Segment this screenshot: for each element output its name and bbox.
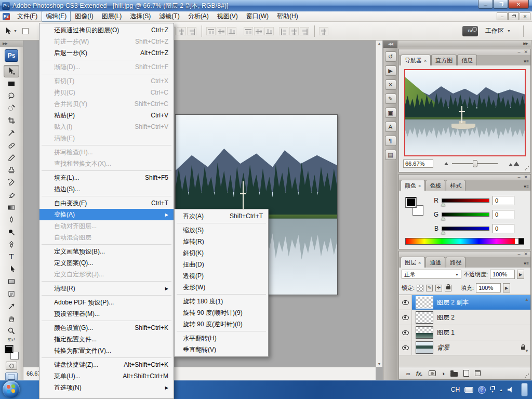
layer-row-background[interactable]: 背景 xyxy=(399,340,530,355)
menu-item-transform[interactable]: 变换(A)▶ xyxy=(39,209,174,220)
dock-collapse-handle[interactable]: ▶▶ xyxy=(398,41,531,47)
spectrum-black-swatch[interactable] xyxy=(518,238,524,244)
distribute-bottom-icon[interactable] xyxy=(227,27,236,35)
menu-item-define-brush-preset[interactable]: 定义画笔预设(B)... xyxy=(39,246,174,257)
visibility-cell[interactable] xyxy=(399,340,412,355)
navigator-thumbnail[interactable] xyxy=(404,69,526,156)
fill-input[interactable]: 100% xyxy=(476,283,501,292)
move-tool[interactable] xyxy=(4,65,19,77)
lock-position-icon[interactable]: ✛ xyxy=(435,285,442,291)
menu-item-fill[interactable]: 填充(L)...Shift+F5 xyxy=(39,172,174,183)
brush-tool[interactable] xyxy=(4,152,19,164)
tab-styles[interactable]: 样式 xyxy=(446,180,466,191)
align-right-icon[interactable] xyxy=(300,27,309,35)
zoom-tool[interactable] xyxy=(4,325,19,338)
menu-layer[interactable]: 图层(L) xyxy=(98,11,126,22)
layers-scroll-down-icon[interactable]: ▼ xyxy=(525,349,529,353)
layer-thumbnail[interactable] xyxy=(416,326,433,339)
layer-name[interactable]: 图层 2 副本 xyxy=(437,298,469,307)
opacity-input[interactable]: 100% xyxy=(490,270,515,279)
menu-item-stroke[interactable]: 描边(S)... xyxy=(39,183,174,195)
menu-item-paste[interactable]: 粘贴(P)Ctrl+V xyxy=(39,110,174,121)
menu-item-skew[interactable]: 斜切(K) xyxy=(175,247,268,259)
zoom-in-icon[interactable] xyxy=(509,162,520,166)
menu-item-convert-to-profile[interactable]: 转换为配置文件(V)... xyxy=(39,345,174,356)
panel-close-icon[interactable]: ✕ xyxy=(524,252,528,257)
menu-item-preset-manager[interactable]: 预设管理器(M)... xyxy=(39,308,174,320)
align-bottom-icon[interactable] xyxy=(264,27,274,35)
panel-minimize-icon[interactable]: – xyxy=(517,50,520,55)
menu-item-again[interactable]: 再次(A)Shift+Ctrl+T xyxy=(175,210,268,222)
menu-item-distort[interactable]: 扭曲(D) xyxy=(175,259,268,270)
slice-tool[interactable] xyxy=(4,127,19,139)
lock-all-icon[interactable] xyxy=(445,285,451,291)
foreground-color-swatch[interactable] xyxy=(5,345,14,353)
menu-item-rotate-90-cw[interactable]: 旋转 90 度(顺时针)(9) xyxy=(175,307,268,318)
character-panel-icon[interactable]: A xyxy=(385,122,396,132)
eye-icon[interactable] xyxy=(402,345,409,350)
rectangular-marquee-tool[interactable] xyxy=(4,77,19,90)
path-selection-tool[interactable] xyxy=(4,263,19,275)
menu-item-warp[interactable]: 变形(W) xyxy=(175,282,268,293)
panel-close-icon[interactable]: ✕ xyxy=(524,175,528,180)
menu-edit[interactable]: 编辑(E) xyxy=(42,11,71,22)
vertical-scrollbar[interactable]: ▲ ▼ xyxy=(376,41,382,367)
menu-item-color-settings[interactable]: 颜色设置(G)...Shift+Ctrl+K xyxy=(39,322,174,334)
layer-row-layer2[interactable]: 图层 2 xyxy=(399,310,530,325)
panel-resize-grip[interactable] xyxy=(524,166,529,171)
slider-marker[interactable] xyxy=(441,217,445,220)
spectrum-white-swatch[interactable] xyxy=(515,238,518,244)
menu-image[interactable]: 图像(I) xyxy=(71,11,97,22)
layer-thumbnail[interactable] xyxy=(416,341,433,354)
type-tool[interactable]: T xyxy=(4,250,19,263)
eye-icon[interactable] xyxy=(402,315,409,320)
menu-item-define-pattern[interactable]: 定义图案(Q)... xyxy=(39,257,174,269)
layers-scroll-up-icon[interactable]: ▲ xyxy=(525,297,529,302)
menu-item-perspective[interactable]: 透视(P) xyxy=(175,270,268,282)
hand-tool[interactable] xyxy=(4,313,19,325)
align-left-icon[interactable] xyxy=(279,27,288,35)
menu-item-flip-vertical[interactable]: 垂直翻转(V) xyxy=(175,344,268,355)
layer-name[interactable]: 图层 2 xyxy=(437,313,455,322)
blue-channel-value[interactable]: 0 xyxy=(493,224,514,233)
window-close-button[interactable]: ✕ xyxy=(508,0,529,9)
visibility-cell[interactable] xyxy=(399,325,412,340)
pen-tool[interactable] xyxy=(4,238,19,251)
clone-stamp-tool[interactable] xyxy=(4,164,19,177)
layer-comps-panel-icon[interactable]: ▤ xyxy=(385,150,396,160)
history-panel-icon[interactable]: ↺ xyxy=(385,51,396,62)
workspace-dropdown[interactable]: 工作区 ▼ xyxy=(485,26,511,35)
doc-close-button[interactable]: ✕ xyxy=(520,12,530,20)
paragraph-panel-icon[interactable]: ¶ xyxy=(385,136,396,146)
eye-icon[interactable] xyxy=(402,300,409,305)
blue-channel-slider[interactable] xyxy=(442,227,489,231)
adjustment-layer-icon[interactable]: ◑ xyxy=(442,370,445,377)
layer-thumbnail[interactable] xyxy=(416,296,433,309)
notes-tool[interactable] xyxy=(4,288,19,300)
shape-tool[interactable] xyxy=(4,275,19,288)
visibility-cell[interactable] xyxy=(399,295,412,310)
green-channel-value[interactable]: 0 xyxy=(493,210,514,219)
swap-colors-icon[interactable]: ◱⇄ xyxy=(8,337,15,343)
quick-selection-tool[interactable] xyxy=(4,102,19,114)
blend-mode-dropdown[interactable]: 正常 ▼ xyxy=(402,270,461,279)
menu-help[interactable]: 帮助(H) xyxy=(273,11,302,22)
menu-item-rotate[interactable]: 旋转(R) xyxy=(175,236,268,247)
keyboard-icon[interactable] xyxy=(464,387,473,393)
menu-item-rotate-90-ccw[interactable]: 旋转 90 度(逆时针)(0) xyxy=(175,318,268,330)
tab-navigator[interactable]: 导航器 × xyxy=(401,55,431,65)
panel-menu-icon[interactable]: ▼≡ xyxy=(523,261,528,266)
layer-thumbnail[interactable] xyxy=(416,311,433,324)
auto-align-icon[interactable] xyxy=(319,27,328,35)
blur-tool[interactable] xyxy=(4,214,19,226)
tray-end-button[interactable] xyxy=(521,383,528,396)
opacity-spinner[interactable]: ▶ xyxy=(517,270,524,279)
healing-brush-tool[interactable] xyxy=(4,139,19,152)
tab-info[interactable]: 信息 xyxy=(457,55,477,65)
menu-item-adobe-pdf-presets[interactable]: Adobe PDF 预设(P)... xyxy=(39,297,174,308)
green-channel-slider[interactable] xyxy=(442,212,489,217)
window-restore-button[interactable] xyxy=(493,0,508,9)
layer-row-layer2-copy[interactable]: 图层 2 副本 xyxy=(399,295,530,310)
language-indicator[interactable]: CH xyxy=(451,386,460,393)
tab-channels[interactable]: 通道 xyxy=(425,257,445,268)
